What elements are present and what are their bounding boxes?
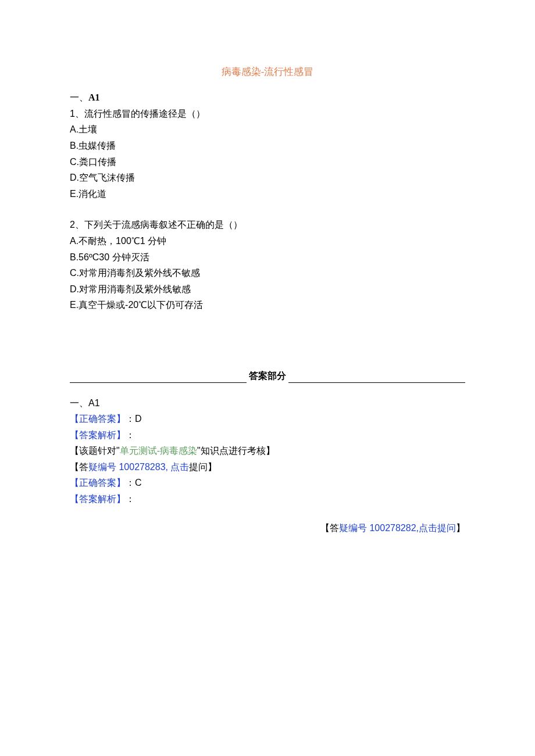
question-1-option-e: E.消化道	[70, 187, 465, 202]
question-1-option-a: A.土壤	[70, 122, 465, 137]
answer-1-analysis-label: 【答案解析】	[70, 430, 126, 440]
question-1-text: 1、流行性感冒的传播途径是（）	[70, 106, 465, 121]
question-2-option-a: A.不耐热，100℃1 分钟	[70, 234, 465, 249]
answer-1-qid-link[interactable]: 疑编号 100278283, 点击	[88, 462, 189, 472]
right-note-link[interactable]: 疑编号 100278282,点击提问	[339, 523, 456, 533]
answer-right-note: 【答疑编号 100278282,点击提问】	[70, 521, 465, 536]
answer-2-correct-label: 【正确答案】	[70, 478, 126, 488]
answer-section-heading: 一、A1	[70, 396, 465, 411]
question-2: 2、下列关于流感病毒叙述不正确的是（） A.不耐热，100℃1 分钟 B.56º…	[70, 217, 465, 313]
answer-1-note-green: 单元测试-病毒感染	[120, 446, 197, 456]
answer-1-note: 【该题针对"单元测试-病毒感染"知识点进行考核】	[70, 443, 465, 458]
section-heading-a1: 一、A1	[70, 90, 465, 105]
answer-1-correct: 【正确答案】：D	[70, 411, 465, 427]
question-2-option-b: B.56ºC30 分钟灭活	[70, 250, 465, 265]
question-1-option-d: D.空气飞沫传播	[70, 170, 465, 185]
answer-1-analysis: 【答案解析】：	[70, 428, 465, 443]
question-1-option-c: C.粪口传播	[70, 155, 465, 170]
answer-1-qid: 【答疑编号 100278283, 点击提问】	[70, 460, 465, 475]
answer-1-correct-label: 【正确答案】	[70, 414, 126, 424]
answer-header-label: 答案部分	[247, 368, 288, 384]
answer-section: 一、A1 【正确答案】：D 【答案解析】： 【该题针对"单元测试-病毒感染"知识…	[70, 396, 465, 536]
right-note-suffix: 】	[456, 523, 465, 533]
answer-2-correct-value: ：C	[126, 478, 142, 488]
answer-1-qid-suffix: 提问】	[189, 462, 217, 472]
right-note-prefix: 【答	[320, 523, 339, 533]
question-2-option-e: E.真空干燥或-20℃以下仍可存活	[70, 298, 465, 313]
question-1-option-b: B.虫媒传播	[70, 138, 465, 153]
answer-1-analysis-value: ：	[126, 430, 135, 440]
answer-2-analysis: 【答案解析】：	[70, 492, 465, 507]
answer-1-note-prefix: 【该题针对"	[70, 446, 120, 456]
answer-1-correct-value: ：D	[126, 414, 142, 424]
question-1: 1、流行性感冒的传播途径是（） A.土壤 B.虫媒传播 C.粪口传播 D.空气飞…	[70, 106, 465, 202]
heading-prefix: 一、	[70, 92, 88, 102]
answer-1-note-suffix: "知识点进行考核】	[197, 446, 275, 456]
question-2-option-d: D.对常用消毒剂及紫外线敏感	[70, 282, 465, 297]
question-2-option-c: C.对常用消毒剂及紫外线不敏感	[70, 266, 465, 281]
answer-2-correct: 【正确答案】：C	[70, 475, 465, 490]
question-2-text: 2、下列关于流感病毒叙述不正确的是（）	[70, 217, 465, 232]
answer-2-analysis-label: 【答案解析】	[70, 494, 126, 504]
answer-1-qid-prefix: 【答	[70, 462, 88, 472]
answer-2-analysis-value: ：	[126, 494, 135, 504]
page-title: 病毒感染-流行性感冒	[70, 64, 465, 80]
answer-divider: 答案部分	[70, 368, 465, 383]
heading-code: A1	[88, 92, 100, 102]
